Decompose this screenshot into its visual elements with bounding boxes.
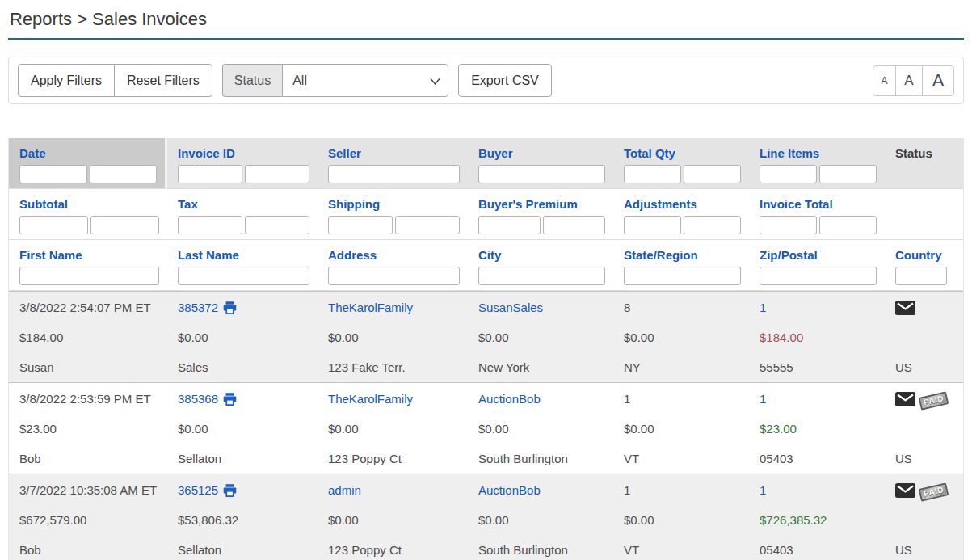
- sort-adjustments[interactable]: Adjustments: [624, 197, 697, 211]
- filter-shipping-min[interactable]: [328, 216, 393, 234]
- buyer-link[interactable]: AuctionBob: [478, 392, 541, 406]
- font-size-large-button[interactable]: A: [922, 65, 954, 96]
- buyer-link[interactable]: SusanSales: [478, 301, 543, 314]
- reset-filters-button[interactable]: Reset Filters: [114, 64, 212, 97]
- sort-last-name[interactable]: Last Name: [178, 248, 239, 262]
- filter-adjustments-max[interactable]: [684, 216, 741, 234]
- filter-tax-max[interactable]: [245, 216, 309, 234]
- seller-link[interactable]: TheKarolFamily: [328, 392, 413, 406]
- sort-buyers-premium[interactable]: Buyer's Premium: [478, 197, 578, 211]
- seller-cell: admin: [318, 475, 468, 505]
- filter-address[interactable]: [328, 267, 460, 285]
- filter-total-qty-max[interactable]: [684, 165, 741, 183]
- filter-total-qty-min[interactable]: [624, 165, 681, 183]
- state-region: VT: [613, 444, 749, 474]
- sort-invoice-id[interactable]: Invoice ID: [178, 146, 235, 160]
- filter-subtotal-min[interactable]: [19, 216, 88, 234]
- sort-date[interactable]: Date: [19, 146, 46, 160]
- buyer-cell: SusanSales: [468, 293, 613, 322]
- sort-line-items[interactable]: Line Items: [760, 146, 819, 160]
- line-items-link[interactable]: 1: [760, 392, 766, 406]
- apply-filters-button[interactable]: Apply Filters: [18, 64, 115, 97]
- seller-link[interactable]: admin: [328, 483, 361, 497]
- filter-buyer[interactable]: [478, 165, 605, 183]
- filter-invoice-id-max[interactable]: [245, 165, 309, 183]
- filter-country[interactable]: [895, 267, 947, 285]
- filter-subtotal-max[interactable]: [90, 216, 159, 234]
- invoice-id-cell: 385372: [167, 293, 318, 322]
- last-name: Sales: [167, 352, 318, 382]
- sort-country[interactable]: Country: [895, 248, 942, 262]
- last-name: Sellaton: [167, 535, 318, 560]
- city: South Burlington: [468, 535, 613, 560]
- filter-tax-min[interactable]: [178, 216, 242, 234]
- sort-city[interactable]: City: [478, 248, 501, 262]
- paid-stamp: PAID: [919, 391, 949, 410]
- print-invoice-icon[interactable]: [223, 393, 237, 406]
- page-header: Reports > Sales Invoices: [8, 0, 964, 40]
- sort-state-region[interactable]: State/Region: [624, 248, 698, 262]
- filter-adjustments-min[interactable]: [624, 216, 681, 234]
- line-items-link[interactable]: 1: [760, 301, 766, 314]
- status-filter-label: Status: [222, 64, 282, 97]
- filter-first-name[interactable]: [19, 267, 159, 285]
- invoice-row: 3/7/2022 10:35:08 AM ET 365125 admin Auc…: [9, 474, 963, 560]
- country: US: [885, 535, 963, 560]
- sort-total-qty[interactable]: Total Qty: [624, 146, 675, 160]
- email-invoice-icon[interactable]: [895, 301, 915, 315]
- filter-state-region[interactable]: [624, 267, 741, 285]
- status-filter-select[interactable]: All: [282, 64, 448, 97]
- subtotal: $184.00: [9, 322, 167, 352]
- filter-invoice-total-min[interactable]: [760, 216, 817, 234]
- column-header-total-qty: Total Qty: [613, 138, 749, 188]
- filter-date-from[interactable]: [19, 165, 87, 183]
- country: US: [885, 444, 963, 474]
- filter-seller[interactable]: [328, 165, 460, 183]
- address: 123 Poppy Ct: [318, 444, 468, 474]
- filter-shipping-max[interactable]: [395, 216, 460, 234]
- filter-buyers-premium-min[interactable]: [478, 216, 541, 234]
- line-items-link[interactable]: 1: [760, 483, 766, 497]
- buyer-cell: AuctionBob: [468, 475, 613, 505]
- sort-tax[interactable]: Tax: [178, 197, 198, 211]
- filter-invoice-id-min[interactable]: [178, 165, 242, 183]
- font-size-medium-button[interactable]: A: [895, 65, 923, 96]
- column-header-invoice-id: Invoice ID: [167, 138, 318, 188]
- sort-first-name[interactable]: First Name: [19, 248, 82, 262]
- column-header-buyers-premium: Buyer's Premium: [468, 189, 613, 239]
- filter-invoice-total-max[interactable]: [819, 216, 877, 234]
- invoice-id-link[interactable]: 365125: [178, 483, 218, 497]
- email-invoice-icon[interactable]: [895, 483, 915, 498]
- filter-date-to[interactable]: [90, 165, 158, 183]
- invoice-date: 3/7/2022 10:35:08 AM ET: [9, 475, 167, 505]
- sort-zip-postal[interactable]: Zip/Postal: [760, 248, 818, 262]
- seller-link[interactable]: TheKarolFamily: [328, 301, 413, 314]
- invoice-id-cell: 385368: [167, 384, 318, 414]
- sort-invoice-total[interactable]: Invoice Total: [760, 197, 833, 211]
- filter-line-items-min[interactable]: [760, 165, 817, 183]
- sort-subtotal[interactable]: Subtotal: [19, 197, 68, 211]
- email-invoice-icon[interactable]: [895, 392, 915, 406]
- sort-shipping[interactable]: Shipping: [328, 197, 380, 211]
- print-invoice-icon[interactable]: [223, 301, 237, 314]
- filter-city[interactable]: [478, 267, 605, 285]
- buyer-link[interactable]: AuctionBob: [478, 483, 541, 497]
- zip-postal: 55555: [749, 352, 885, 382]
- last-name: Sellaton: [167, 444, 318, 474]
- column-header-date: Date: [9, 138, 167, 188]
- shipping: $0.00: [318, 505, 468, 535]
- filter-zip-postal[interactable]: [760, 267, 877, 285]
- filter-last-name[interactable]: [178, 267, 309, 285]
- filter-buyers-premium-max[interactable]: [543, 216, 605, 234]
- print-invoice-icon[interactable]: [223, 484, 237, 497]
- sort-buyer[interactable]: Buyer: [478, 146, 513, 160]
- amounts-spacer: [885, 414, 963, 444]
- font-size-small-button[interactable]: A: [873, 65, 896, 96]
- filter-line-items-max[interactable]: [819, 165, 877, 183]
- adjustments: $0.00: [613, 505, 749, 535]
- export-csv-button[interactable]: Export CSV: [458, 64, 552, 97]
- sort-address[interactable]: Address: [328, 248, 377, 262]
- invoice-id-link[interactable]: 385372: [178, 301, 218, 314]
- invoice-id-link[interactable]: 385368: [178, 392, 218, 406]
- sort-seller[interactable]: Seller: [328, 146, 361, 160]
